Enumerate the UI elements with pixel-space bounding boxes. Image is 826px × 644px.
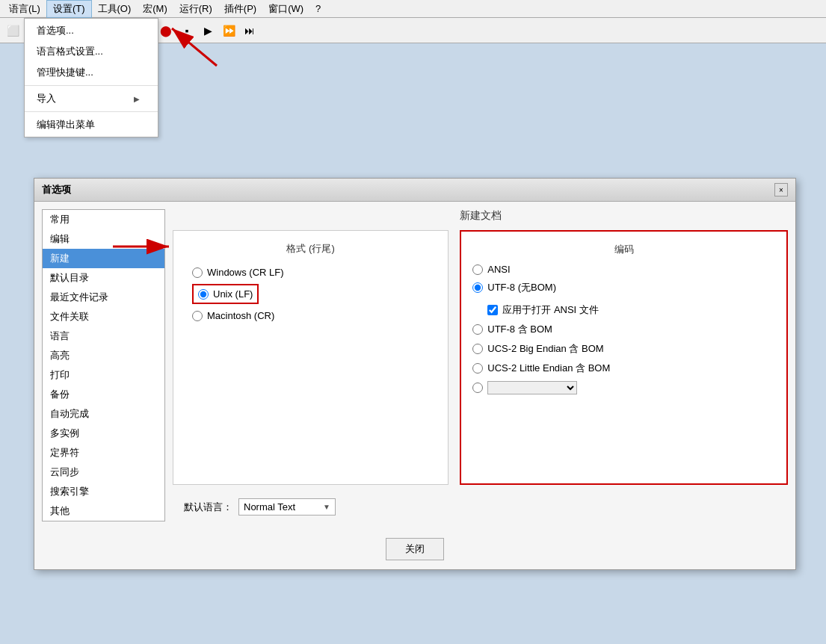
- format-windows-label: Windows (CR LF): [207, 267, 284, 278]
- default-lang-label: 默认语言：: [184, 501, 232, 514]
- sidebar-item-fileassoc[interactable]: 文件关联: [43, 307, 164, 326]
- format-panel: 格式 (行尾) Windows (CR LF) Unix (LF): [173, 230, 449, 485]
- encoding-apply-ansi-checkbox-row: 应用于打开 ANSI 文件: [487, 303, 775, 317]
- submenu-arrow: ▶: [134, 95, 140, 103]
- sidebar-item-cloudsync[interactable]: 云同步: [43, 462, 164, 482]
- toolbar-btn-1[interactable]: ⬜: [3, 21, 22, 40]
- encoding-custom[interactable]: [472, 381, 775, 394]
- encoding-ucs2be-label: UCS-2 Big Endian 含 BOM: [487, 342, 603, 356]
- menu-separator-2: [25, 111, 158, 112]
- dialog-body: 常用 编辑 新建 默认目录 最近文件记录 文件关联 语言 高亮 打印 备份 自动…: [34, 202, 795, 529]
- sidebar-item-dir[interactable]: 默认目录: [43, 268, 164, 288]
- dialog-titlebar: 首选项 ×: [34, 179, 795, 202]
- encoding-utf8bom-label: UTF-8 含 BOM: [487, 323, 552, 336]
- dialog-close-button[interactable]: ×: [774, 183, 788, 196]
- encoding-panel: 编码 ANSI UTF-8 (无BOM): [460, 230, 788, 485]
- format-windows-radio[interactable]: [192, 267, 203, 278]
- encoding-title: 编码: [472, 243, 775, 256]
- sidebar-item-print[interactable]: 打印: [43, 365, 164, 385]
- sidebar-item-general[interactable]: 常用: [43, 210, 164, 229]
- arrow-to-sidebar: [105, 232, 180, 261]
- encoding-ucs2le[interactable]: UCS-2 Little Endian 含 BOM: [472, 362, 775, 375]
- encoding-custom-radio[interactable]: [472, 383, 483, 393]
- encoding-radio-group: ANSI UTF-8 (无BOM) 应用于打开 ANSI 文件: [472, 264, 775, 394]
- menu-help[interactable]: ?: [309, 1, 327, 16]
- format-encoding-area: 格式 (行尾) Windows (CR LF) Unix (LF): [173, 230, 788, 485]
- settings-dropdown: 首选项... 语言格式设置... 管理快捷键... 导入 ▶ 编辑弹出菜单: [24, 18, 158, 137]
- encoding-ucs2le-radio[interactable]: [472, 363, 483, 374]
- menu-lang[interactable]: 语言(L): [3, 1, 46, 17]
- menu-settings[interactable]: 设置(T): [46, 0, 92, 18]
- menu-separator-1: [25, 85, 158, 86]
- dropdown-arrow-icon: ▼: [323, 503, 330, 511]
- encoding-utf8-radio[interactable]: [472, 282, 483, 293]
- sidebar-item-multiinst[interactable]: 多实例: [43, 424, 164, 443]
- encoding-ansi[interactable]: ANSI: [472, 264, 775, 275]
- sidebar-item-lang[interactable]: 语言: [43, 326, 164, 346]
- sidebar-item-highlight[interactable]: 高亮: [43, 346, 164, 365]
- menu-edit-popup[interactable]: 编辑弹出菜单: [25, 114, 158, 135]
- format-windows[interactable]: Windows (CR LF): [192, 267, 429, 278]
- format-mac-label: Macintosh (CR): [207, 310, 274, 321]
- sidebar-item-search[interactable]: 搜索引擎: [43, 482, 164, 501]
- format-unix-label: Unix (LF): [213, 288, 253, 300]
- new-doc-title: 新建文档: [173, 209, 788, 223]
- encoding-ucs2le-label: UCS-2 Little Endian 含 BOM: [487, 362, 610, 375]
- dialog-footer: 关闭: [34, 529, 795, 569]
- format-title: 格式 (行尾): [185, 242, 437, 256]
- arrow-to-menu: [150, 13, 239, 73]
- sidebar-item-autocomplete[interactable]: 自动完成: [43, 404, 164, 424]
- sidebar-item-delimiter[interactable]: 定界符: [43, 443, 164, 462]
- svg-line-1: [172, 28, 217, 66]
- menu-window[interactable]: 窗口(W): [262, 1, 309, 17]
- encoding-utf8[interactable]: UTF-8 (无BOM): [472, 281, 775, 294]
- sidebar-item-other[interactable]: 其他: [43, 501, 164, 521]
- menu-shortcuts[interactable]: 管理快捷键...: [25, 62, 158, 83]
- format-unix-radio[interactable]: [198, 289, 209, 300]
- sidebar-item-backup[interactable]: 备份: [43, 385, 164, 404]
- encoding-utf8bom-radio[interactable]: [472, 324, 483, 335]
- default-lang-row: 默认语言： Normal Text ▼: [173, 492, 788, 521]
- menu-import[interactable]: 导入 ▶: [25, 88, 158, 109]
- default-lang-value: Normal Text: [244, 501, 323, 513]
- encoding-ansi-radio[interactable]: [472, 264, 483, 275]
- encoding-ucs2be-radio[interactable]: [472, 344, 483, 354]
- menu-preferences[interactable]: 首选项...: [25, 20, 158, 41]
- encoding-utf8-label: UTF-8 (无BOM): [487, 281, 556, 294]
- format-mac[interactable]: Macintosh (CR): [192, 310, 429, 321]
- menu-lang-format[interactable]: 语言格式设置...: [25, 41, 158, 62]
- preferences-dialog: 首选项 × 常用 编辑 新建 默认目录 最近文件记录 文件关联 语言 高亮 打印…: [34, 178, 796, 570]
- sidebar-item-recent[interactable]: 最近文件记录: [43, 288, 164, 307]
- toolbar-btn-end[interactable]: ⏭: [240, 21, 259, 40]
- menubar: 语言(L) 设置(T) 工具(O) 宏(M) 运行(R) 插件(P) 窗口(W)…: [0, 0, 826, 18]
- encoding-ucs2be[interactable]: UCS-2 Big Endian 含 BOM: [472, 342, 775, 356]
- default-lang-select[interactable]: Normal Text ▼: [238, 498, 336, 515]
- encoding-utf8bom[interactable]: UTF-8 含 BOM: [472, 323, 775, 336]
- format-mac-radio[interactable]: [192, 311, 203, 321]
- format-radio-group: Windows (CR LF) Unix (LF) Macintosh (CR): [185, 263, 437, 325]
- format-unix[interactable]: Unix (LF): [192, 284, 259, 304]
- dialog-title: 首选项: [42, 183, 71, 196]
- close-button[interactable]: 关闭: [386, 538, 444, 560]
- encoding-apply-ansi-checkbox[interactable]: [487, 305, 498, 315]
- encoding-custom-select[interactable]: [487, 381, 577, 394]
- menu-tools[interactable]: 工具(O): [92, 1, 138, 17]
- encoding-apply-ansi-label: 应用于打开 ANSI 文件: [502, 303, 599, 317]
- encoding-ansi-label: ANSI: [487, 264, 510, 275]
